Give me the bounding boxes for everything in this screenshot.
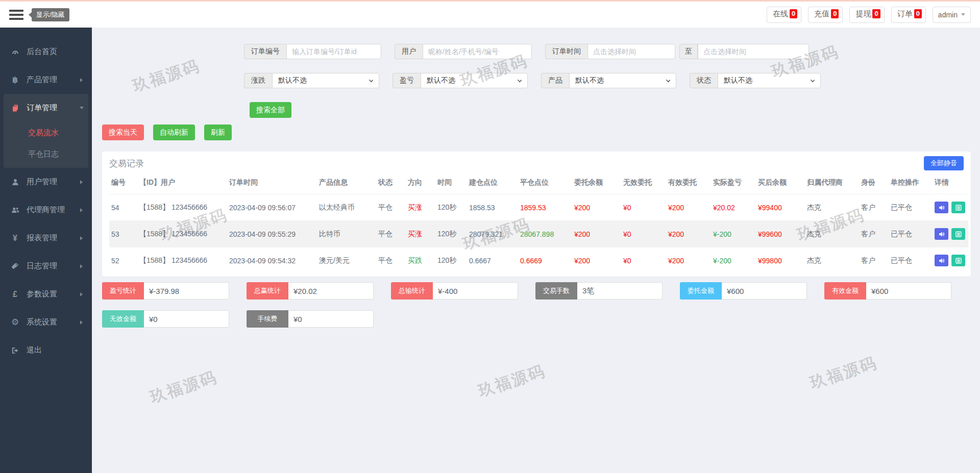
sidebar-item-dashboard[interactable]: 后台首页 bbox=[0, 38, 92, 66]
column-header: 状态 bbox=[376, 175, 406, 194]
summary-box-有效金额: 有效金额¥600 bbox=[824, 282, 951, 300]
sidebar-item-label: 报表管理 bbox=[27, 233, 57, 243]
table-row: 54【1588】 1234566662023-04-09 09:56:07以太经… bbox=[109, 194, 968, 221]
table-cell: 客户 bbox=[859, 221, 889, 247]
table-cell: 120秒 bbox=[435, 221, 467, 247]
sidebar-item-products[interactable]: ฿产品管理 bbox=[0, 66, 92, 94]
table-header-row: 编号【ID】用户订单时间产品信息状态方向时间建仓点位平仓点位委托余额无效委托有效… bbox=[109, 175, 968, 194]
chevron-down-icon bbox=[811, 78, 815, 82]
logout-icon bbox=[10, 346, 20, 355]
order-no-input[interactable] bbox=[286, 44, 381, 59]
order-time-label: 订单时间 bbox=[545, 44, 587, 59]
table-cell: ¥200 bbox=[572, 221, 621, 247]
sidebar-item-label: 后台首页 bbox=[27, 47, 57, 57]
summary-value: 3笔 bbox=[577, 282, 663, 300]
time-start-input[interactable] bbox=[587, 44, 675, 59]
search-all-button[interactable]: 搜索全部 bbox=[250, 102, 291, 118]
table-cell: ¥200 bbox=[666, 221, 711, 247]
rise-fall-select[interactable]: 默认不选 bbox=[272, 73, 379, 88]
sidebar-item-reports[interactable]: ¥报表管理 bbox=[0, 224, 92, 252]
users-icon bbox=[10, 206, 20, 214]
filter-status: 状态 默认不选 bbox=[690, 73, 821, 88]
table-cell: 买涨 bbox=[406, 221, 435, 247]
sidebar-sublink-0[interactable]: 交易流水 bbox=[4, 122, 88, 143]
summary-box-总赢统计: 总赢统计¥20.02 bbox=[247, 282, 374, 300]
sidebar-group-system: ⚙系统设置 bbox=[0, 308, 92, 336]
table-cell: 【1588】 123456666 bbox=[137, 194, 227, 221]
orders-icon bbox=[10, 104, 20, 112]
table-cell: 平仓 bbox=[376, 247, 406, 274]
auto-refresh-button[interactable]: 自动刷新 bbox=[153, 125, 195, 140]
column-header: 时间 bbox=[435, 175, 467, 194]
profit-loss-select[interactable]: 默认不选 bbox=[421, 73, 528, 88]
user-label: 用户 bbox=[395, 44, 423, 59]
sidebar-toggle-icon[interactable] bbox=[9, 10, 23, 20]
table-cell: ¥-200 bbox=[711, 247, 756, 274]
filter-order-time: 订单时间 至 bbox=[545, 44, 809, 59]
search-today-button[interactable]: 搜索当天 bbox=[102, 125, 144, 140]
table-cell: 杰克 bbox=[805, 221, 859, 247]
status-select[interactable]: 默认不选 bbox=[718, 73, 821, 88]
pound-icon: £ bbox=[10, 290, 20, 299]
toggle-tooltip: 显示/隐藏 bbox=[32, 8, 69, 21]
filter-rise-fall: 涨跌 默认不选 bbox=[244, 73, 379, 88]
sidebar-sublink-1[interactable]: 平仓日志 bbox=[4, 143, 88, 165]
table-cell: 28067.898 bbox=[518, 221, 572, 247]
column-header: 单控操作 bbox=[889, 175, 933, 194]
table-row: 52【1588】 1234566662023-04-09 09:54:32澳元/… bbox=[109, 247, 968, 274]
table-cell: ¥200 bbox=[666, 194, 711, 221]
table-cell: 已平仓 bbox=[889, 247, 933, 274]
table-cell: 杰克 bbox=[805, 247, 859, 274]
table-row: 53【1588】 1234566662023-04-09 09:55:29比特币… bbox=[109, 221, 968, 247]
sidebar-item-users[interactable]: 用户管理 bbox=[0, 168, 92, 196]
sidebar-item-orders[interactable]: 订单管理 bbox=[4, 94, 88, 122]
sidebar-item-params[interactable]: £参数设置 bbox=[0, 280, 92, 308]
user-input[interactable] bbox=[423, 44, 532, 59]
chevron-down-icon bbox=[369, 78, 373, 82]
badge-count: 0 bbox=[914, 9, 922, 18]
table-cell: 0.6669 bbox=[518, 247, 572, 274]
table-cell-actions bbox=[933, 247, 968, 274]
sidebar-item-logs[interactable]: 日志管理 bbox=[0, 252, 92, 280]
chevron-down-icon bbox=[80, 107, 84, 111]
speaker-button[interactable] bbox=[935, 228, 948, 240]
sidebar-item-system[interactable]: ⚙系统设置 bbox=[0, 308, 92, 336]
chevron-right-icon bbox=[80, 292, 85, 296]
refresh-button[interactable]: 刷新 bbox=[204, 125, 232, 140]
topbar-badge-订单[interactable]: 订单0 bbox=[891, 7, 926, 23]
yen-icon: ¥ bbox=[10, 234, 20, 243]
summary-label: 委托金额 bbox=[680, 282, 722, 300]
table-cell: 以太经典币 bbox=[317, 194, 376, 221]
chevron-right-icon bbox=[80, 236, 85, 240]
topbar-badge-提现[interactable]: 提现0 bbox=[849, 7, 884, 23]
product-select[interactable]: 默认不选 bbox=[569, 73, 676, 88]
mute-all-button[interactable]: 全部静音 bbox=[924, 156, 964, 170]
table-cell: 2023-04-09 09:56:07 bbox=[227, 194, 317, 221]
summary-label: 总输统计 bbox=[391, 282, 433, 300]
detail-list-button[interactable] bbox=[951, 255, 965, 266]
sidebar-item-label: 用户管理 bbox=[27, 177, 57, 187]
sidebar-item-logout[interactable]: 退出 bbox=[0, 336, 92, 364]
detail-list-button[interactable] bbox=[951, 202, 965, 213]
product-value: 默认不选 bbox=[575, 76, 604, 85]
topbar: 显示/隐藏 在线0充值0提现0订单0admin bbox=[0, 0, 980, 28]
detail-list-button[interactable] bbox=[951, 228, 965, 240]
filter-row-2: 涨跌 默认不选 盈亏 默认不选 产品 默认不选 bbox=[244, 73, 971, 88]
table-cell: 2023-04-09 09:54:32 bbox=[227, 247, 317, 274]
time-end-input[interactable] bbox=[698, 44, 809, 59]
speaker-button[interactable] bbox=[935, 202, 948, 213]
table-cell: 【1588】 123456666 bbox=[137, 221, 227, 247]
table-cell: 已平仓 bbox=[889, 194, 933, 221]
username: admin bbox=[938, 11, 958, 19]
user-menu[interactable]: admin bbox=[933, 7, 971, 23]
summary-label: 有效金额 bbox=[824, 282, 866, 300]
sidebar-item-agents[interactable]: 代理商管理 bbox=[0, 196, 92, 224]
topbar-badge-充值[interactable]: 充值0 bbox=[808, 7, 843, 23]
column-header: 无效委托 bbox=[621, 175, 666, 194]
sidebar-group-products: ฿产品管理 bbox=[0, 66, 92, 94]
column-header: 委托余额 bbox=[572, 175, 621, 194]
table-cell: ¥200 bbox=[666, 247, 711, 274]
topbar-badge-在线[interactable]: 在线0 bbox=[767, 7, 801, 23]
table-cell: 澳元/美元 bbox=[317, 247, 376, 274]
speaker-button[interactable] bbox=[935, 255, 948, 266]
